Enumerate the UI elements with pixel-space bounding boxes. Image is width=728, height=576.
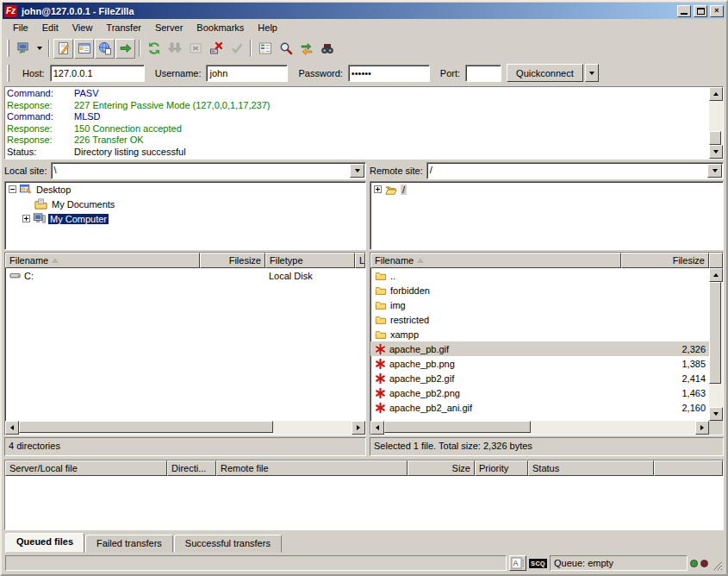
column-filename[interactable]: Filename	[370, 253, 621, 268]
remote-vertical-scrollbar[interactable]	[709, 268, 723, 421]
scroll-down-button[interactable]	[709, 407, 723, 421]
menu-bookmarks[interactable]: Bookmarks	[190, 21, 251, 34]
scroll-left-button[interactable]	[370, 421, 384, 435]
column-lastmodified[interactable]: L	[355, 253, 365, 268]
column-filetype[interactable]: Filetype	[265, 253, 355, 268]
scroll-track[interactable]	[709, 101, 723, 145]
column-server-local-file[interactable]: Server/Local file	[5, 460, 167, 476]
maximize-button[interactable]	[694, 5, 707, 17]
title-bar[interactable]: Fz john@127.0.0.1 - FileZilla ×	[3, 3, 725, 19]
scroll-thumb[interactable]	[709, 131, 721, 145]
file-row[interactable]: apache_pb.png 1,385	[370, 356, 709, 371]
file-row[interactable]: ..	[370, 268, 709, 283]
column-filename[interactable]: Filename	[5, 253, 200, 268]
local-site-dropdown[interactable]	[350, 164, 364, 178]
remote-site-value[interactable]: /	[427, 163, 706, 178]
local-horizontal-scrollbar[interactable]	[5, 421, 365, 435]
tree-item-my-documents[interactable]: My Documents	[5, 197, 365, 211]
remote-site-label: Remote site:	[370, 166, 423, 176]
toggle-message-log-button[interactable]	[53, 39, 73, 59]
quickconnect-dropdown[interactable]	[585, 64, 599, 82]
menu-transfer[interactable]: Transfer	[99, 21, 148, 34]
remote-site-dropdown[interactable]	[707, 164, 722, 178]
app-icon[interactable]: Fz	[4, 5, 17, 17]
quickconnect-button[interactable]: Quickconnect	[507, 64, 583, 82]
menu-edit[interactable]: Edit	[35, 21, 65, 34]
resize-grip[interactable]	[711, 558, 723, 572]
file-row-c-drive[interactable]: C: Local Disk	[5, 268, 365, 283]
toggle-transfer-queue-button[interactable]	[115, 39, 135, 59]
tab-successful-transfers[interactable]: Successful transfers	[174, 535, 282, 553]
file-row[interactable]: apache_pb2.png 1,463	[370, 385, 709, 400]
file-row[interactable]: img	[370, 297, 709, 312]
remote-rows[interactable]: .. forbidden img restricted	[370, 268, 709, 421]
remote-horizontal-scrollbar[interactable]	[370, 421, 723, 435]
scroll-right-button[interactable]	[352, 421, 365, 435]
column-size[interactable]: Size	[408, 460, 475, 476]
local-site-combo[interactable]: \	[51, 162, 366, 179]
remote-site-combo[interactable]: /	[426, 162, 724, 179]
search-files-button[interactable]	[276, 39, 296, 59]
toolbar-grip[interactable]	[7, 40, 9, 57]
quickconnect-grip[interactable]	[7, 65, 9, 82]
disconnect-button[interactable]	[206, 39, 226, 59]
expand-box[interactable]	[374, 185, 382, 193]
scroll-thumb[interactable]	[709, 282, 721, 384]
queue-list-empty[interactable]	[5, 476, 723, 529]
scroll-thumb[interactable]	[384, 421, 531, 433]
scroll-track[interactable]	[19, 421, 352, 435]
column-remote-file[interactable]: Remote file	[216, 460, 408, 476]
port-input[interactable]	[465, 65, 501, 82]
scroll-thumb[interactable]	[19, 421, 273, 433]
tree-item-root[interactable]: /	[370, 182, 723, 197]
scroll-up-button[interactable]	[709, 87, 723, 101]
menu-server[interactable]: Server	[148, 21, 190, 34]
scroll-track[interactable]	[384, 421, 695, 435]
tab-failed-transfers[interactable]: Failed transfers	[85, 535, 173, 553]
synchronized-browsing-button[interactable]	[296, 39, 316, 59]
column-filesize[interactable]: Filesize	[621, 253, 709, 268]
column-filesize[interactable]: Filesize	[200, 253, 265, 268]
file-row-selected[interactable]: apache_pb.gif 2,326	[370, 341, 709, 356]
scroll-up-button[interactable]	[709, 268, 723, 282]
local-rows[interactable]: C: Local Disk	[5, 268, 365, 421]
transfer-type-indicator[interactable]	[509, 555, 526, 571]
file-row[interactable]: forbidden	[370, 283, 709, 297]
refresh-button[interactable]	[144, 39, 164, 59]
toggle-local-treeview-button[interactable]	[74, 39, 94, 59]
site-manager-dropdown[interactable]	[34, 39, 45, 59]
filename-filters-button[interactable]	[255, 39, 275, 59]
find-files-button[interactable]	[317, 39, 337, 59]
host-input[interactable]	[50, 65, 145, 82]
collapse-box[interactable]	[9, 185, 16, 193]
tree-item-my-computer[interactable]: My Computer	[5, 211, 365, 226]
menu-file[interactable]: File	[6, 21, 35, 34]
file-row[interactable]: apache_pb2_ani.gif 2,160	[370, 400, 709, 415]
expand-box[interactable]	[22, 215, 30, 222]
message-log-content[interactable]: Command:PASV Response:227 Entering Passi…	[5, 87, 709, 159]
close-button[interactable]: ×	[710, 5, 724, 17]
file-row[interactable]: restricted	[370, 312, 709, 327]
file-row[interactable]: xampp	[370, 327, 709, 341]
local-site-value[interactable]: \	[52, 163, 349, 178]
tab-queued-files[interactable]: Queued files	[5, 533, 84, 553]
minimize-button[interactable]	[677, 5, 691, 17]
tree-item-desktop[interactable]: Desktop	[5, 182, 365, 197]
file-row[interactable]: apache_pb2.gif 2,414	[370, 371, 709, 385]
speed-limit-badge[interactable]: SCQ	[529, 559, 547, 568]
menu-view[interactable]: View	[65, 21, 100, 34]
scroll-right-button[interactable]	[695, 421, 709, 435]
scroll-track[interactable]	[709, 282, 723, 407]
column-priority[interactable]: Priority	[475, 460, 528, 476]
column-direction[interactable]: Directi...	[167, 460, 216, 476]
username-input[interactable]	[206, 65, 288, 82]
scroll-left-button[interactable]	[5, 421, 19, 435]
local-list-header: Filename Filesize Filetype L	[5, 253, 365, 268]
password-input[interactable]	[348, 65, 430, 82]
column-status[interactable]: Status	[528, 460, 654, 476]
site-manager-button[interactable]	[13, 39, 33, 59]
toggle-remote-treeview-button[interactable]	[95, 39, 115, 59]
scroll-down-button[interactable]	[709, 145, 723, 159]
menu-help[interactable]: Help	[251, 21, 284, 34]
log-vertical-scrollbar[interactable]	[709, 87, 723, 159]
